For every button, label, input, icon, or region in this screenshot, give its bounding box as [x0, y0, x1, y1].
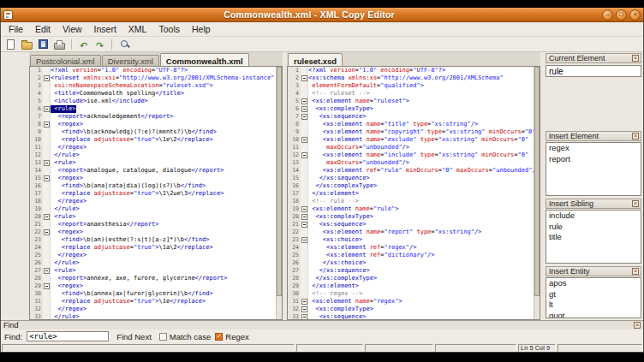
find-button[interactable]: [116, 38, 131, 51]
code-line[interactable]: 21 <xs:sequence>: [288, 221, 534, 228]
fold-marker[interactable]: [301, 213, 308, 221]
list-item-title[interactable]: title: [546, 232, 641, 243]
code-line[interactable]: 29 </xs:element>: [288, 282, 534, 290]
fold-marker[interactable]: [301, 151, 308, 159]
code-line[interactable]: 15 </xs:sequence>: [288, 175, 534, 182]
print-button[interactable]: [52, 38, 67, 51]
fold-marker[interactable]: [301, 221, 308, 228]
tab-postcolonial.xml[interactable]: Postcolonial.xml: [30, 55, 101, 66]
code-line[interactable]: 16 </xs:complexType>: [288, 182, 534, 190]
code-line[interactable]: 24 <replace adjustcase="true">\1a\2</rep…: [30, 244, 276, 252]
code-line[interactable]: 6 <xs:complexType>: [288, 105, 534, 113]
menu-view[interactable]: View: [57, 22, 88, 36]
list-item-gt[interactable]: gt: [546, 289, 641, 300]
code-line[interactable]: 17 </xs:element>: [288, 190, 534, 198]
menu-insert[interactable]: Insert: [88, 22, 122, 36]
undo-button[interactable]: [76, 38, 91, 51]
insert-element-close-icon[interactable]: ×: [632, 133, 639, 139]
code-line[interactable]: 19 </rule>: [30, 205, 276, 213]
maximize-button[interactable]: □: [616, 9, 627, 21]
code-line[interactable]: 28 </xs:complexType>: [288, 275, 534, 282]
code-line[interactable]: 23 <xs:choice>: [288, 236, 534, 244]
code-line[interactable]: 7 <report>acknowledgement</report>: [30, 113, 276, 121]
code-line[interactable]: 31 <xs:element name="regex">: [288, 298, 534, 306]
titlebar[interactable]: Commonwealth.xml - XML Copy Editor –□×: [1, 8, 643, 22]
code-line[interactable]: 33 </rule>: [30, 313, 276, 319]
tab-ruleset.xsd[interactable]: ruleset.xsd: [288, 53, 343, 66]
code-line[interactable]: 22 <regex>: [30, 228, 276, 236]
right-code-editor[interactable]: 1<?xml version="1.0" encoding="UTF-8"?>2…: [287, 66, 540, 320]
fold-marker[interactable]: [43, 213, 51, 221]
code-line[interactable]: 12 <xs:element name="include" type="xs:s…: [288, 151, 534, 159]
list-item-include[interactable]: include: [546, 211, 641, 222]
fold-marker[interactable]: [301, 306, 308, 313]
code-line[interactable]: 10 <replace adjustcase="true">\1e\2</rep…: [30, 136, 276, 144]
code-line[interactable]: 13 <rule>: [30, 159, 276, 167]
scrollbar-thumb[interactable]: [534, 67, 540, 296]
code-line[interactable]: 12 </rule>: [30, 151, 276, 159]
code-line[interactable]: 31 <replace adjustcase="true">\1e</repla…: [30, 298, 276, 306]
tab-commonwealth.xml[interactable]: Commonwealth.xml: [160, 53, 249, 66]
code-line[interactable]: 20 <rule>: [30, 213, 276, 221]
code-line[interactable]: 10 <xs:element name="exclude" type="xs:s…: [288, 136, 534, 144]
fold-marker[interactable]: [301, 136, 308, 144]
current-element-close-icon[interactable]: ×: [632, 55, 639, 62]
find-panel-close-icon[interactable]: ×: [634, 322, 641, 329]
left-code-editor[interactable]: 1<?xml version="1.0" encoding="UTF-8"?>2…: [29, 66, 283, 320]
code-line[interactable]: 4 <title>Commonwealth spelling</title>: [30, 90, 276, 98]
minimize-button[interactable]: –: [602, 9, 613, 21]
fold-marker[interactable]: [301, 313, 308, 319]
fold-marker[interactable]: [43, 282, 51, 290]
code-line[interactable]: 18 <!-- rule -->: [288, 198, 534, 205]
code-line[interactable]: 26 </rule>: [30, 259, 276, 267]
list-item-lt[interactable]: lt: [546, 300, 641, 311]
code-line[interactable]: 14 <report>analogue, catalogue, dialogue…: [30, 167, 276, 175]
fold-marker[interactable]: [43, 175, 51, 182]
regex-checkbox[interactable]: [215, 333, 223, 341]
close-button[interactable]: ×: [629, 9, 641, 21]
fold-marker[interactable]: [43, 105, 51, 113]
code-line[interactable]: 25 </regex>: [30, 252, 276, 259]
menu-help[interactable]: Help: [186, 22, 217, 36]
fold-marker[interactable]: [43, 74, 51, 82]
code-line[interactable]: 32 <xs:complexType>: [288, 306, 534, 313]
list-item-rule[interactable]: rule: [546, 222, 641, 233]
new-button[interactable]: [3, 38, 18, 51]
code-line[interactable]: 2<ruleset xmlns:xsi="http://www.w3.org/2…: [30, 74, 276, 82]
list-item-report[interactable]: report: [546, 154, 641, 165]
code-line[interactable]: 8 <xs:element name="title" type="xs:stri…: [288, 121, 534, 128]
scrollbar-thumb[interactable]: [277, 67, 282, 296]
code-line[interactable]: 9 <xs:element name="copyright" type="xs:…: [288, 128, 534, 136]
fold-marker[interactable]: [43, 121, 51, 128]
fold-marker[interactable]: [301, 236, 308, 244]
redo-button[interactable]: [92, 38, 107, 51]
code-line[interactable]: 6 <rule>: [30, 105, 276, 113]
fold-marker[interactable]: [301, 74, 308, 82]
code-line[interactable]: 19 <xs:element name="rule">: [288, 205, 534, 213]
code-line[interactable]: 7 <xs:sequence>: [288, 113, 534, 121]
menu-xml[interactable]: XML: [122, 22, 153, 36]
find-input[interactable]: [27, 331, 109, 341]
code-line[interactable]: 32 </regex>: [30, 306, 276, 313]
insert-sibling-close-icon[interactable]: ×: [632, 200, 639, 207]
code-line[interactable]: 2<xs:schema xmlns:xs="http://www.w3.org/…: [288, 74, 534, 82]
fold-marker[interactable]: [301, 105, 308, 113]
code-line[interactable]: 8 <regex>: [30, 121, 276, 128]
code-line[interactable]: 15 <regex>: [30, 175, 276, 182]
fold-marker[interactable]: [43, 228, 51, 236]
code-line[interactable]: 18 </regex>: [30, 198, 276, 205]
insert-entity-close-icon[interactable]: ×: [632, 268, 639, 275]
code-line[interactable]: 33 <xs:sequence>: [288, 313, 534, 319]
code-line[interactable]: 3 xsi:noNamespaceSchemaLocation="ruleset…: [30, 82, 276, 90]
code-line[interactable]: 1<?xml version="1.0" encoding="UTF-8"?>: [288, 67, 534, 74]
fold-marker[interactable]: [43, 267, 51, 275]
current-element-input[interactable]: [546, 65, 641, 77]
code-line[interactable]: 27 <rule>: [30, 267, 276, 275]
code-line[interactable]: 17 <replace adjustcase="true">\1\2ue\3</…: [30, 190, 276, 198]
code-line[interactable]: 23 <find>\b(an)(esthe(?:s|t)[a-z]*)\b</f…: [30, 236, 276, 244]
code-line[interactable]: 27 </xs:sequence>: [288, 267, 534, 275]
code-line[interactable]: 22 <xs:element name="report" type="xs:st…: [288, 228, 534, 236]
code-line[interactable]: 3 elementFormDefault="qualified">: [288, 82, 534, 90]
code-line[interactable]: 5 <xs:element name="ruleset">: [288, 98, 534, 105]
code-line[interactable]: 21 <report>anaesthesia</report>: [30, 221, 276, 228]
